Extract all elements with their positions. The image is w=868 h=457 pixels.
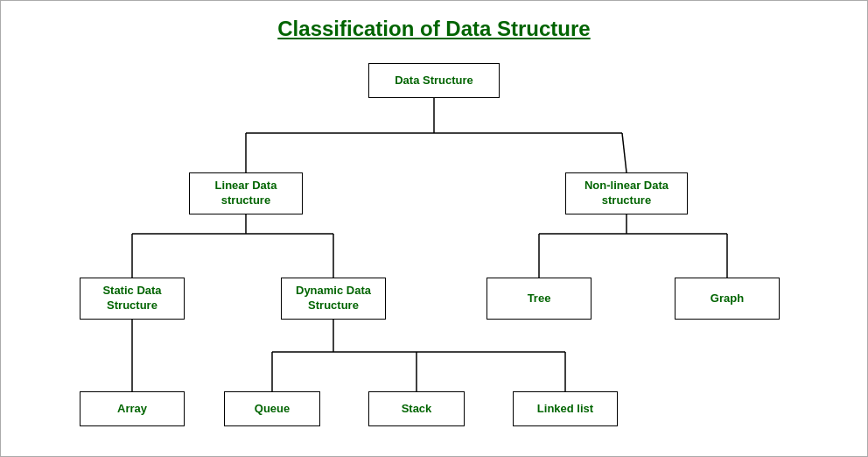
node-array: Array — [80, 391, 185, 426]
node-queue: Queue — [224, 391, 320, 426]
node-stack: Stack — [368, 391, 465, 426]
node-tree: Tree — [486, 278, 592, 320]
node-nonlinear: Non-linear Datastructure — [565, 172, 688, 214]
node-linear: Linear Datastructure — [189, 172, 303, 214]
page-title: Classification of Data Structure — [1, 1, 867, 50]
node-dynamic: Dynamic DataStructure — [281, 278, 386, 320]
page: Classification of Data Structure — [0, 0, 868, 457]
diagram: Data Structure Linear Datastructure Non-… — [1, 50, 867, 453]
node-data-structure: Data Structure — [368, 63, 500, 98]
svg-line-3 — [622, 133, 626, 172]
node-static: Static DataStructure — [80, 278, 185, 320]
node-graph: Graph — [675, 278, 780, 320]
node-linked-list: Linked list — [513, 391, 618, 426]
